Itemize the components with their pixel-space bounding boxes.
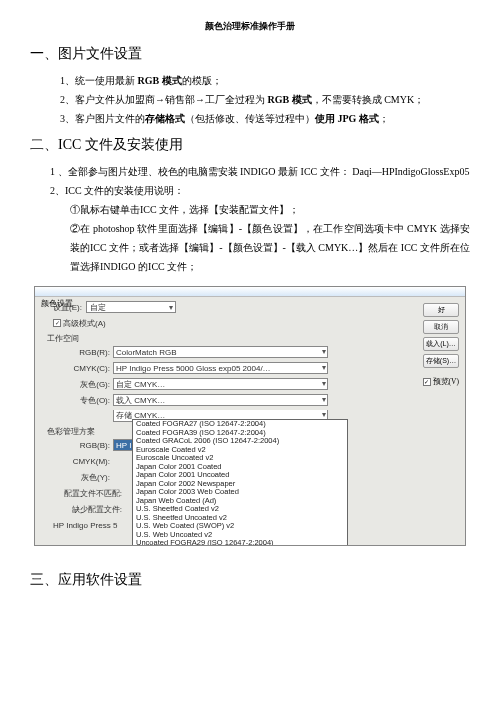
dropdown-option[interactable]: Coated FOGRA39 (ISO 12647-2:2004)	[133, 429, 347, 438]
s1-l2c: ，不需要转换成 CMYK；	[312, 94, 425, 105]
section-1-body: 1、统一使用最新 RGB 模式的模版； 2、客户文件从加盟商→销售部→工厂全过程…	[30, 71, 470, 128]
s2-sub2: ②在 photoshop 软件里面选择【编辑】-【颜色设置】，在工作空间选项卡中…	[50, 219, 470, 276]
color-settings-dialog: 颜色设置 设置(E): 自定 ✓ 高级模式(A) 工作空间 RGB(R):Col…	[34, 286, 466, 546]
section-1-title: 一、图片文件设置	[30, 45, 470, 63]
section-3-title: 三、应用软件设置	[30, 571, 470, 589]
s1-l3b: 存储格式	[145, 113, 185, 124]
gray-label: 灰色(G):	[53, 379, 113, 390]
settings-label: 设置(E):	[53, 302, 82, 313]
s2-p2: 2、ICC 文件的安装使用说明：	[50, 181, 470, 200]
dropdown-option[interactable]: Euroscale Uncoated v2	[133, 454, 347, 463]
s1-l1b: RGB 模式	[138, 75, 182, 86]
rgb-label: RGB(R):	[53, 348, 113, 357]
preview-label: 预览(V)	[433, 377, 459, 387]
doc-header: 颜色治理标准操作手册	[30, 20, 470, 33]
dropdown-option[interactable]: Japan Color 2002 Newspaper	[133, 480, 347, 489]
spot-label: 专色(O):	[53, 395, 113, 406]
dropdown-option[interactable]: U.S. Web Uncoated v2	[133, 531, 347, 540]
dropdown-option[interactable]: Japan Color 2001 Coated	[133, 463, 347, 472]
s1-l1a: 1、统一使用最新	[60, 75, 138, 86]
dialog-buttons: 好 取消 载入(L)… 存储(S)…	[423, 303, 459, 368]
dropdown-option[interactable]: U.S. Web Coated (SWOP) v2	[133, 522, 347, 531]
window-chrome-top	[35, 287, 465, 297]
s1-l2b: RGB 模式	[268, 94, 312, 105]
gray-combo[interactable]: 自定 CMYK…	[113, 378, 328, 390]
missing-label: 缺少配置文件:	[53, 504, 125, 515]
dropdown-option[interactable]: Coated FOGRA27 (ISO 12647-2:2004)	[133, 420, 347, 429]
dropdown-option[interactable]: U.S. Sheetfed Coated v2	[133, 505, 347, 514]
mismatch-label: 配置文件不匹配:	[53, 488, 125, 499]
adv-label: 高级模式(A)	[63, 318, 106, 329]
dropdown-option[interactable]: Euroscale Coated v2	[133, 446, 347, 455]
p-rgb-label: RGB(B):	[53, 441, 113, 450]
preview-checkbox-row[interactable]: ✓ 预览(V)	[423, 377, 459, 387]
s2-p1: 1 、全部参与图片处理、校色的电脑需安装 INDIGO 最新 ICC 文件： D…	[50, 162, 470, 181]
s1-l1c: 的模版；	[182, 75, 222, 86]
cmyk-dropdown-list[interactable]: Coated FOGRA27 (ISO 12647-2:2004)Coated …	[132, 419, 348, 546]
spot-combo[interactable]: 载入 CMYK…	[113, 394, 328, 406]
dropdown-option[interactable]: Uncoated FOGRA29 (ISO 12647-2:2004)	[133, 539, 347, 546]
adv-checkbox[interactable]: ✓	[53, 319, 61, 327]
section-2-title: 二、ICC 文件及安装使用	[30, 136, 470, 154]
cmyk-label: CMYK(C):	[53, 364, 113, 373]
hp-label: HP Indigo Press 5	[53, 521, 133, 530]
workspace-group: 工作空间	[47, 333, 415, 344]
section-2-body: 1 、全部参与图片处理、校色的电脑需安装 INDIGO 最新 ICC 文件： D…	[30, 162, 470, 276]
dropdown-option[interactable]: U.S. Sheetfed Uncoated v2	[133, 514, 347, 523]
s2-sub1: ①鼠标右键单击ICC 文件，选择【安装配置文件】；	[50, 200, 470, 219]
s1-l3a: 3、客户图片文件的	[60, 113, 145, 124]
cancel-button[interactable]: 取消	[423, 320, 459, 334]
dropdown-option[interactable]: Japan Color 2003 Web Coated	[133, 488, 347, 497]
s1-l2a: 2、客户文件从加盟商→销售部→工厂全过程为	[60, 94, 268, 105]
preview-checkbox[interactable]: ✓	[423, 378, 431, 386]
save-button[interactable]: 存储(S)…	[423, 354, 459, 368]
ok-button[interactable]: 好	[423, 303, 459, 317]
dropdown-option[interactable]: Japan Web Coated (Ad)	[133, 497, 347, 506]
cmyk-combo[interactable]: HP Indigo Press 5000 Gloss exp05 2004/…	[113, 362, 328, 374]
p-gray-label: 灰色(Y):	[53, 472, 113, 483]
dropdown-option[interactable]: Coated GRACoL 2006 (ISO 12647-2:2004)	[133, 437, 347, 446]
dropdown-option[interactable]: Japan Color 2001 Uncoated	[133, 471, 347, 480]
s1-l3e: ；	[379, 113, 389, 124]
rgb-combo[interactable]: ColorMatch RGB	[113, 346, 328, 358]
dialog-inner: 设置(E): 自定 ✓ 高级模式(A) 工作空间 RGB(R):ColorMat…	[53, 301, 415, 534]
p-cmyk-label: CMYK(M):	[53, 457, 113, 466]
s1-l3c: （包括修改、传送等过程中）	[185, 113, 315, 124]
load-button[interactable]: 载入(L)…	[423, 337, 459, 351]
settings-combo[interactable]: 自定	[86, 301, 176, 313]
s1-l3d: 使用 JPG 格式	[315, 113, 379, 124]
